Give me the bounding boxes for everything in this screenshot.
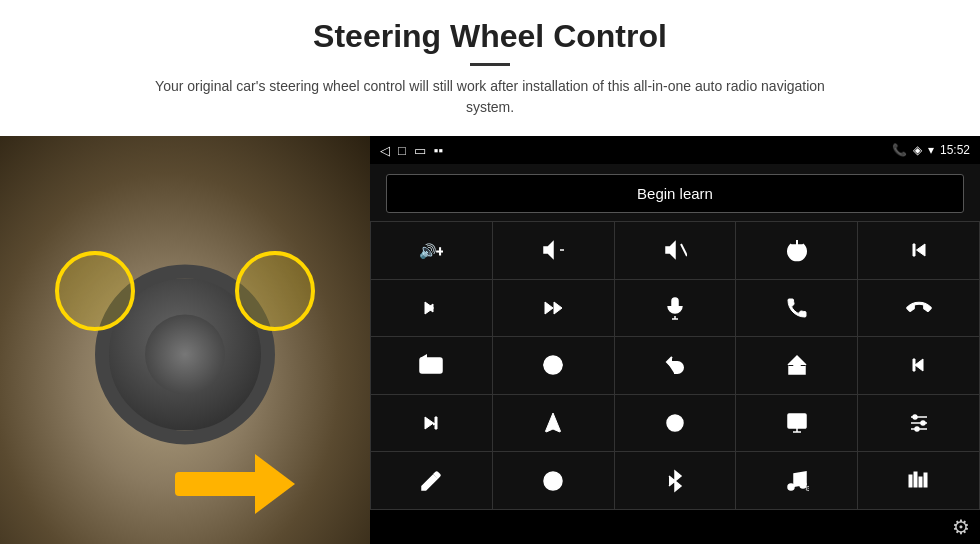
svg-rect-16 bbox=[788, 414, 806, 428]
location-status-icon: ◈ bbox=[913, 143, 922, 157]
home-button[interactable] bbox=[736, 337, 857, 394]
svg-rect-30 bbox=[914, 472, 917, 487]
arrow-container bbox=[175, 454, 295, 514]
icons-grid: 🔊+ bbox=[370, 221, 980, 510]
back-button[interactable] bbox=[615, 337, 736, 394]
skip-fwd-button[interactable] bbox=[371, 395, 492, 452]
svg-point-21 bbox=[913, 415, 917, 419]
phone-status-icon: 📞 bbox=[892, 143, 907, 157]
skip-back-button[interactable] bbox=[858, 337, 979, 394]
svg-point-26 bbox=[788, 484, 794, 490]
fast-fwd-button[interactable] bbox=[493, 280, 614, 337]
music-button[interactable]: ⚙ bbox=[736, 452, 857, 509]
edit-button[interactable] bbox=[371, 452, 492, 509]
arrow-head bbox=[255, 454, 295, 514]
svg-rect-29 bbox=[909, 475, 912, 487]
svg-text:360°: 360° bbox=[549, 363, 559, 369]
status-right: 📞 ◈ ▾ 15:52 bbox=[892, 143, 970, 157]
equalizer-bars-button[interactable] bbox=[858, 452, 979, 509]
svg-point-23 bbox=[915, 427, 919, 431]
steering-wheel-center bbox=[145, 314, 225, 394]
settings-bar: ⚙ bbox=[370, 510, 980, 544]
page-title: Steering Wheel Control bbox=[60, 18, 920, 55]
prev-track-button[interactable] bbox=[858, 222, 979, 279]
android-ui: ◁ □ ▭ ▪▪ 📞 ◈ ▾ 15:52 Begin learn bbox=[370, 136, 980, 544]
begin-learn-button[interactable]: Begin learn bbox=[386, 174, 964, 213]
svg-rect-31 bbox=[919, 477, 922, 487]
view360-button[interactable]: 360° bbox=[493, 337, 614, 394]
begin-learn-row: Begin learn bbox=[370, 164, 980, 221]
vol-down-button[interactable] bbox=[493, 222, 614, 279]
mute-button[interactable] bbox=[615, 222, 736, 279]
svg-text:🔊+: 🔊+ bbox=[419, 243, 443, 260]
vol-up-button[interactable]: 🔊+ bbox=[371, 222, 492, 279]
clock: 15:52 bbox=[940, 143, 970, 157]
home-nav-icon[interactable]: □ bbox=[398, 143, 406, 158]
svg-point-22 bbox=[921, 421, 925, 425]
svg-line-2 bbox=[681, 244, 687, 256]
steering-wheel-image bbox=[0, 136, 370, 544]
status-bar: ◁ □ ▭ ▪▪ 📞 ◈ ▾ 15:52 bbox=[370, 136, 980, 164]
camera-button[interactable] bbox=[371, 337, 492, 394]
highlight-left-circle bbox=[55, 251, 135, 331]
bluetooth-button[interactable] bbox=[615, 452, 736, 509]
subtitle-text: Your original car's steering wheel contr… bbox=[140, 76, 840, 118]
mic-button[interactable] bbox=[615, 280, 736, 337]
svg-point-25 bbox=[550, 478, 556, 484]
back-nav-icon[interactable]: ◁ bbox=[380, 143, 390, 158]
highlight-right-circle bbox=[235, 251, 315, 331]
settings-button[interactable] bbox=[858, 395, 979, 452]
svg-rect-17 bbox=[791, 417, 796, 422]
dial-button[interactable] bbox=[493, 452, 614, 509]
nav-button[interactable] bbox=[493, 395, 614, 452]
title-underline bbox=[470, 63, 510, 66]
arrow-shape bbox=[175, 454, 295, 514]
wifi-status-icon: ▾ bbox=[928, 143, 934, 157]
recent-nav-icon[interactable]: ▭ bbox=[414, 143, 426, 158]
next-button[interactable] bbox=[371, 280, 492, 337]
power-button[interactable] bbox=[736, 222, 857, 279]
signal-icon: ▪▪ bbox=[434, 143, 443, 158]
svg-rect-6 bbox=[420, 358, 442, 373]
media-button[interactable] bbox=[736, 395, 857, 452]
phone-button[interactable] bbox=[736, 280, 857, 337]
arrow-body bbox=[175, 472, 260, 496]
hang-up-button[interactable] bbox=[858, 280, 979, 337]
page-container: Steering Wheel Control Your original car… bbox=[0, 0, 980, 544]
status-left: ◁ □ ▭ ▪▪ bbox=[380, 143, 443, 158]
header-section: Steering Wheel Control Your original car… bbox=[0, 0, 980, 128]
eq-button[interactable] bbox=[615, 395, 736, 452]
gear-icon[interactable]: ⚙ bbox=[952, 515, 970, 539]
content-row: ◁ □ ▭ ▪▪ 📞 ◈ ▾ 15:52 Begin learn bbox=[0, 136, 980, 544]
svg-text:⚙: ⚙ bbox=[805, 485, 809, 492]
svg-rect-32 bbox=[924, 473, 927, 487]
